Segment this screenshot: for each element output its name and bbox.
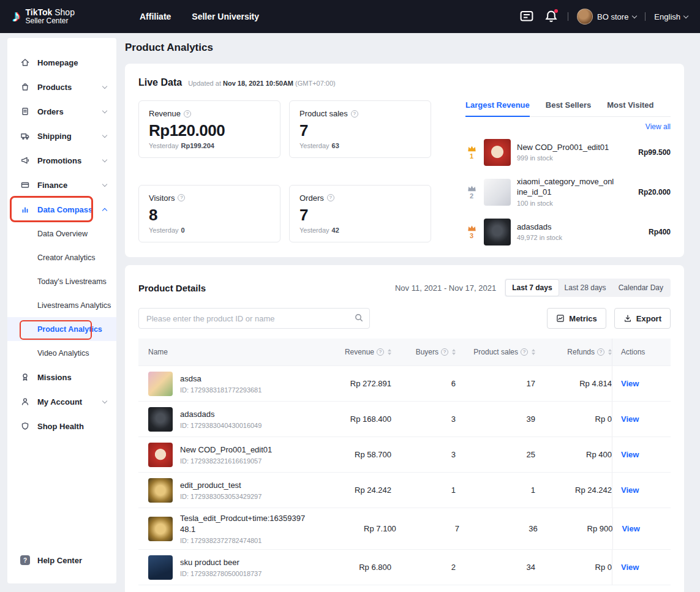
chevron-up-icon: [102, 208, 107, 212]
column-product-sales: Product sales: [473, 348, 518, 356]
ranking-product-value: Rp20.000: [638, 188, 671, 197]
sidebar-item-shipping[interactable]: Shipping: [7, 124, 116, 148]
ranking-product-value: Rp99.500: [638, 148, 671, 157]
notification-bell-icon[interactable]: [543, 9, 559, 24]
crown-gold-icon: [467, 145, 476, 152]
info-icon[interactable]: ?: [327, 194, 334, 201]
column-revenue: Revenue: [345, 348, 374, 356]
sidebar-item-promotions[interactable]: Promotions: [7, 148, 116, 173]
info-icon[interactable]: ?: [351, 110, 358, 118]
product-name: asdsa: [180, 373, 262, 384]
nav-seller-university[interactable]: Seller University: [192, 12, 259, 21]
sidebar-item-label: Missions: [37, 373, 72, 382]
stat-value: Rp120.000: [149, 121, 270, 140]
sidebar-subitem-todays-livestreams[interactable]: Today's Livestreams: [7, 269, 116, 293]
range-last-7-days-button[interactable]: Last 7 days: [506, 280, 558, 296]
brand-suffix: Shop: [55, 7, 75, 17]
metrics-icon: [556, 314, 565, 323]
tab-most-visited[interactable]: Most Visited: [607, 100, 653, 116]
sidebar-item-finance[interactable]: Finance: [7, 173, 116, 197]
sidebar-item-orders[interactable]: Orders: [7, 99, 116, 124]
metrics-button[interactable]: Metrics: [547, 308, 606, 329]
view-link[interactable]: View: [621, 379, 639, 388]
rank-number: 1: [470, 152, 473, 160]
sidebar-item-label: Orders: [37, 107, 64, 116]
tab-best-sellers[interactable]: Best Sellers: [546, 100, 591, 116]
range-calendar-day-button[interactable]: Calendar Day: [612, 280, 669, 296]
stat-card-revenue: Revenue? Rp120.000 YesterdayRp199.204: [138, 100, 280, 158]
stat-label: Revenue: [149, 109, 181, 118]
search-icon[interactable]: [354, 313, 364, 323]
sidebar-item-missions[interactable]: Missions: [7, 365, 116, 389]
chat-icon[interactable]: [519, 9, 535, 24]
product-table: Name Revenue? Buyers? Product sales? Ref…: [138, 339, 671, 585]
info-icon[interactable]: ?: [178, 194, 185, 201]
sidebar-item-label: Shipping: [37, 132, 72, 141]
live-data-updated: Updated at Nov 18, 2021 10:50AM (GMT+07:…: [188, 80, 336, 87]
revenue-cell: Rp 7.100: [315, 508, 396, 549]
tab-largest-revenue[interactable]: Largest Revenue: [465, 100, 530, 116]
view-link[interactable]: View: [622, 524, 639, 533]
view-link[interactable]: View: [621, 450, 639, 459]
store-menu[interactable]: BO store: [577, 9, 636, 24]
range-last-28-days-button[interactable]: Last 28 days: [559, 280, 612, 296]
language-selector[interactable]: English: [654, 12, 688, 21]
product-thumbnail: [484, 139, 511, 166]
product-sales-cell: 17: [456, 366, 535, 401]
subitem-label: Product Analytics: [37, 325, 102, 334]
ranking-item[interactable]: 3 adasdads 49,972 in stock Rp400: [465, 212, 671, 252]
info-icon[interactable]: ?: [521, 348, 528, 356]
product-details-title: Product Details: [138, 283, 206, 293]
column-name: Name: [148, 348, 168, 356]
sidebar-item-label: Products: [37, 83, 72, 92]
product-sales-cell: 25: [456, 437, 535, 472]
finance-card-icon: [20, 180, 30, 190]
revenue-cell: Rp 168.400: [309, 402, 391, 437]
export-button[interactable]: Export: [614, 308, 671, 329]
sidebar-subitem-product-analytics[interactable]: Product Analytics: [7, 317, 116, 341]
info-icon[interactable]: ?: [377, 348, 384, 356]
product-name: adasdads: [180, 409, 262, 420]
help-center-link[interactable]: ? Help Center: [7, 549, 116, 571]
sidebar-item-shop-health[interactable]: Shop Health: [7, 414, 116, 438]
stat-label: Orders: [299, 193, 324, 203]
sidebar-item-data-compass[interactable]: Data Compass: [7, 197, 116, 222]
ranking-product-name: adasdads: [517, 222, 615, 233]
nav-affiliate[interactable]: Affiliate: [140, 12, 171, 21]
chevron-down-icon: [102, 132, 107, 137]
info-icon[interactable]: ?: [184, 110, 191, 118]
sidebar-subitem-livestreams-analytics[interactable]: Livestreams Analytics: [7, 293, 116, 317]
date-range-label: Nov 11, 2021 - Nov 17, 2021: [395, 283, 496, 293]
search-input[interactable]: [138, 308, 370, 329]
sidebar-item-label: My Account: [37, 397, 82, 407]
view-link[interactable]: View: [621, 414, 639, 424]
refunds-cell: Rp 0: [535, 402, 612, 437]
stat-label: Product sales: [299, 109, 348, 118]
yesterday-value: Rp199.204: [181, 142, 214, 149]
ranking-item[interactable]: 1 New COD_Pro001_edit01 999 in stock Rp9…: [465, 132, 671, 172]
sidebar-item-products[interactable]: Products: [7, 75, 116, 99]
sidebar-subitem-creator-analytics[interactable]: Creator Analytics: [7, 245, 116, 269]
sidebar-item-homepage[interactable]: Homepage: [7, 50, 116, 75]
table-row: adasdads ID: 1729383040430016049 Rp 168.…: [138, 401, 671, 437]
info-icon[interactable]: ?: [441, 348, 448, 356]
rank-number: 2: [470, 192, 473, 200]
info-icon[interactable]: ?: [597, 348, 604, 356]
tiktok-shop-logo[interactable]: ♪ TikTok Shop Seller Center: [12, 7, 116, 26]
view-link[interactable]: View: [621, 485, 639, 495]
sidebar-subitem-video-analytics[interactable]: Video Analytics: [7, 341, 116, 365]
shield-icon: [20, 421, 30, 431]
sidebar-subitem-data-overview[interactable]: Data Overview: [7, 222, 116, 245]
product-id: ID: 1729383053053429297: [180, 493, 262, 500]
stat-card-orders: Orders? 7 Yesterday42: [289, 185, 431, 242]
view-link[interactable]: View: [621, 563, 639, 572]
ranking-item[interactable]: 2 xiaomi_category_move_online_id_01 100 …: [465, 172, 671, 212]
view-all-link[interactable]: View all: [645, 122, 671, 131]
revenue-cell: Rp 6.800: [309, 550, 391, 585]
buyers-cell: 3: [391, 437, 456, 472]
rank-number: 3: [470, 232, 473, 239]
refunds-cell: Rp 4.814: [535, 366, 612, 401]
sidebar-item-my-account[interactable]: My Account: [7, 389, 116, 414]
sidebar-item-label: Homepage: [37, 58, 78, 67]
chevron-down-icon: [102, 398, 107, 403]
